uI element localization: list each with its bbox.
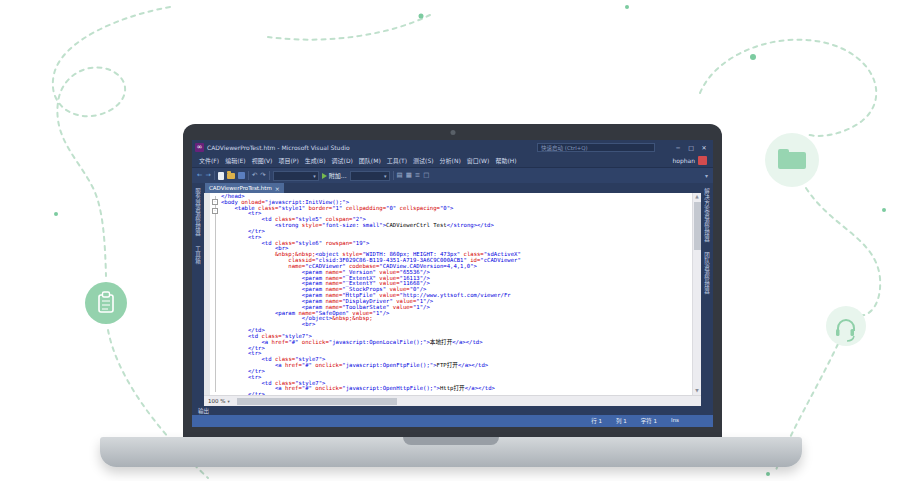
tab-label: CADViewerProTest.htm — [209, 185, 272, 191]
deco-dot — [750, 54, 756, 60]
menu-item-11[interactable]: 窗口(W) — [464, 156, 493, 165]
status-item: 列 1 — [616, 417, 627, 425]
deco-dot — [766, 472, 770, 476]
menu-item-9[interactable]: 测试(S) — [410, 156, 437, 165]
menu-item-10[interactable]: 分析(N) — [437, 156, 464, 165]
webcam-dot — [450, 130, 455, 135]
left-tool-strip: 服务器资源管理器工具箱 — [192, 183, 204, 406]
menu-item-6[interactable]: 调试(D) — [329, 156, 356, 165]
window-controls: ─ □ ✕ — [672, 142, 710, 153]
chevron-down-icon: ▾ — [227, 399, 229, 404]
redo-icon[interactable]: ↷ — [260, 171, 265, 180]
left-panel-tab-1[interactable]: 服务器资源管理器 — [194, 188, 202, 236]
left-panel-tab-2[interactable]: 工具箱 — [194, 246, 202, 264]
laptop-base — [100, 437, 802, 467]
laptop-screen: ∞ CADViewerProTest.htm - Microsoft Visua… — [183, 124, 722, 437]
clipboard-icon — [85, 282, 127, 324]
fold-marker[interactable]: - — [212, 208, 218, 214]
window-title: CADViewerProTest.htm - Microsoft Visual … — [207, 144, 350, 151]
editor-column: CADViewerProTest.htm × - - </head><body … — [204, 183, 701, 406]
output-label: 输出 — [198, 407, 209, 415]
menu-bar: 文件(F)编辑(E)视图(V)项目(P)生成(B)调试(D)团队(M)工具(T)… — [192, 154, 713, 167]
dashed-curve — [268, 15, 430, 40]
visual-studio-window: ∞ CADViewerProTest.htm - Microsoft Visua… — [192, 140, 713, 427]
toolbar-separator — [269, 171, 270, 180]
undo-icon[interactable]: ↶ — [252, 171, 257, 180]
menu-item-1[interactable]: 文件(F) — [196, 156, 222, 165]
page: ∞ CADViewerProTest.htm - Microsoft Visua… — [0, 0, 901, 481]
toolbar-icon[interactable]: □ — [423, 171, 429, 180]
start-debug-icon — [322, 173, 327, 179]
visual-studio-logo-icon: ∞ — [195, 143, 204, 152]
attach-button[interactable]: 附加... — [322, 171, 347, 180]
menu-item-5[interactable]: 生成(B) — [302, 156, 329, 165]
right-panel-tab-1[interactable]: 解决方案资源管理器 — [703, 188, 711, 242]
horizontal-scrollbar[interactable] — [234, 396, 701, 406]
toolbar-icon[interactable]: ▦ — [406, 171, 412, 180]
user-avatar[interactable] — [698, 156, 707, 165]
toolbar-separator — [248, 171, 249, 180]
laptop-notch — [403, 437, 499, 445]
toolbar-separator — [393, 171, 394, 180]
open-file-icon[interactable] — [227, 173, 235, 179]
deco-dot — [54, 212, 58, 216]
quick-launch-search-input[interactable]: 快速启动 (Ctrl+Q) — [537, 143, 655, 152]
deco-dot — [625, 5, 629, 9]
status-item: Ins — [671, 417, 679, 425]
menu-item-12[interactable]: 帮助(H) — [492, 156, 519, 165]
right-panel-tab-2[interactable]: 团队资源管理器 — [703, 252, 711, 294]
dashed-curve — [53, 7, 170, 276]
outline-line — [215, 196, 216, 392]
toolbar-icon[interactable]: ≡ — [415, 171, 420, 180]
scroll-down-icon[interactable]: ▼ — [695, 387, 698, 395]
toolbar-separator — [214, 171, 215, 180]
toolbar-icon[interactable]: ▤ — [397, 171, 403, 180]
tab-close-icon[interactable]: × — [275, 185, 280, 192]
menu-item-3[interactable]: 视图(V) — [249, 156, 276, 165]
document-tab-bar: CADViewerProTest.htm × — [204, 183, 701, 193]
dashed-curve — [700, 40, 876, 136]
deco-dot — [419, 14, 424, 19]
new-file-icon[interactable] — [218, 172, 224, 180]
menu-item-4[interactable]: 项目(P) — [275, 156, 301, 165]
scrollbar-thumb[interactable] — [237, 398, 397, 405]
menu-item-7[interactable]: 团队(M) — [356, 156, 384, 165]
fold-gutter[interactable]: - - — [210, 193, 221, 395]
menu-items: 文件(F)编辑(E)视图(V)项目(P)生成(B)调试(D)团队(M)工具(T)… — [196, 156, 520, 165]
deco-dot — [882, 208, 886, 212]
status-items: 行 1列 1字符 1Ins — [591, 417, 705, 425]
output-panel-tab[interactable]: 输出 — [192, 406, 713, 415]
tab-cadviewerprotest[interactable]: CADViewerProTest.htm × — [205, 183, 284, 193]
debug-target-dropdown[interactable]: ▾ — [273, 171, 319, 181]
dashed-curve — [806, 188, 880, 315]
toolbar: ← → ↶ ↷ ▾ 附加... ▾ ▤ ▦ ≡ □ — [192, 167, 713, 183]
toolbar-overflow-button[interactable]: ▾ — [705, 172, 708, 179]
headset-icon — [826, 306, 866, 346]
maximize-button[interactable]: □ — [685, 142, 697, 153]
folder-icon — [765, 133, 819, 187]
close-button[interactable]: ✕ — [698, 142, 710, 153]
status-bar: 行 1列 1字符 1Ins — [192, 415, 713, 427]
scroll-up-icon[interactable]: ▲ — [695, 193, 698, 201]
code-editor: - - </head><body onload="javascript:Init… — [204, 193, 701, 395]
attach-label: 附加... — [329, 171, 347, 180]
save-icon[interactable] — [238, 172, 245, 179]
configuration-dropdown[interactable]: ▾ — [350, 171, 390, 181]
menu-item-2[interactable]: 编辑(E) — [222, 156, 248, 165]
scrollbar-thumb[interactable] — [694, 202, 701, 250]
code-area[interactable]: </head><body onload="javascript:InitView… — [221, 193, 692, 395]
title-bar: ∞ CADViewerProTest.htm - Microsoft Visua… — [192, 140, 713, 154]
zoom-selector[interactable]: 100 % ▾ — [204, 398, 234, 404]
navigate-back-icon[interactable]: ← — [197, 171, 202, 180]
menu-item-8[interactable]: 工具(T) — [384, 156, 410, 165]
minimize-button[interactable]: ─ — [672, 142, 684, 153]
main-area: 服务器资源管理器工具箱 CADViewerProTest.htm × - — [192, 183, 713, 406]
navigate-forward-icon[interactable]: → — [205, 171, 210, 180]
signed-in-user[interactable]: hophan — [672, 157, 695, 164]
status-item: 行 1 — [591, 417, 602, 425]
fold-marker[interactable]: - — [212, 199, 218, 205]
zoom-value: 100 % — [208, 398, 225, 404]
editor-bottom-bar: 100 % ▾ — [204, 395, 701, 406]
vertical-scrollbar[interactable]: ▲ ▼ — [692, 193, 701, 395]
right-tool-strip: 解决方案资源管理器团队资源管理器 — [701, 183, 713, 406]
